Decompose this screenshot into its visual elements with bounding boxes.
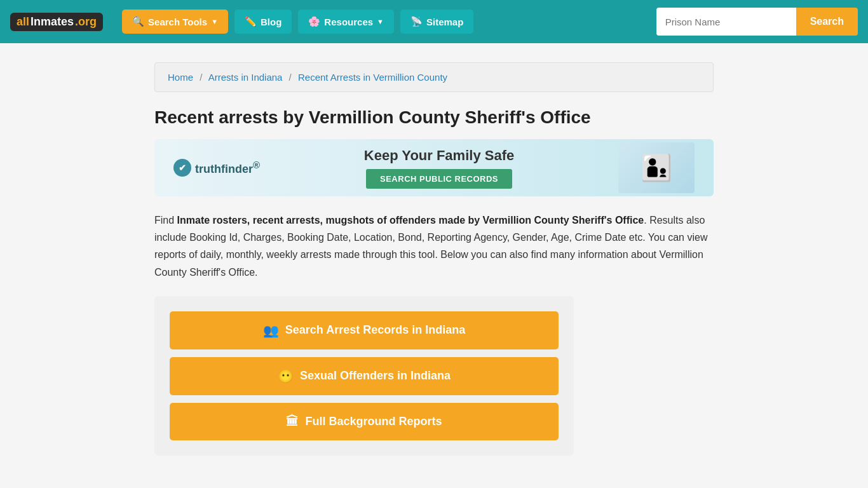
background-icon: 🏛 — [286, 414, 299, 429]
action-buttons-box: 👥 Search Arrest Records in Indiana 😶 Sex… — [154, 296, 574, 456]
breadcrumb-sep-1: / — [200, 72, 202, 83]
logo[interactable]: all Inmates .org — [10, 13, 103, 31]
blog-label: Blog — [261, 17, 281, 27]
breadcrumb-home[interactable]: Home — [168, 72, 193, 83]
breadcrumb-current: Recent Arrests in Vermillion County — [298, 72, 447, 83]
breadcrumb-sep-2: / — [289, 72, 292, 83]
search-button-label: Search — [810, 16, 844, 27]
logo-org-text: .org — [75, 15, 97, 29]
sitemap-label: Sitemap — [426, 17, 463, 27]
breadcrumb: Home / Arrests in Indiana / Recent Arres… — [154, 62, 714, 92]
chevron-down-icon-2: ▼ — [377, 18, 384, 25]
ad-headline: Keep Your Family Safe — [364, 147, 514, 164]
prison-search-area: Search — [656, 8, 858, 36]
logo-all-text: all — [17, 15, 29, 29]
prison-search-button[interactable]: Search — [796, 8, 858, 36]
search-icon: 🔍 — [132, 16, 144, 27]
description-paragraph: Find Inmate rosters, recent arrests, mug… — [154, 212, 714, 281]
ad-image: 👨‍👦 — [618, 142, 695, 193]
sexual-offenders-label: Sexual Offenders in Indiana — [300, 369, 451, 383]
background-reports-button[interactable]: 🏛 Full Background Reports — [170, 403, 559, 440]
ad-brand-area: ✔ truthfinder® — [173, 159, 260, 177]
search-tools-button[interactable]: 🔍 Search Tools ▼ — [122, 10, 228, 34]
ad-cta-button[interactable]: SEARCH PUBLIC RECORDS — [366, 169, 512, 189]
resources-label: Resources — [324, 17, 373, 27]
brand-name: truthfinder — [195, 163, 253, 175]
blog-button[interactable]: ✏️ Blog — [234, 10, 292, 34]
people-icon: 👥 — [263, 323, 279, 338]
breadcrumb-arrests-indiana[interactable]: Arrests in Indiana — [208, 72, 283, 83]
ad-banner[interactable]: ✔ truthfinder® Keep Your Family Safe SEA… — [154, 139, 714, 196]
truthfinder-logo: ✔ truthfinder® — [173, 159, 260, 177]
prison-name-input[interactable] — [656, 8, 796, 36]
description-bold: Inmate rosters, recent arrests, mugshots… — [177, 215, 644, 226]
truthfinder-icon: ✔ — [173, 159, 191, 177]
background-reports-label: Full Background Reports — [305, 415, 442, 428]
logo-inmates-text: Inmates — [31, 15, 74, 29]
sexual-offenders-button[interactable]: 😶 Sexual Offenders in Indiana — [170, 357, 559, 395]
main-content: Home / Arrests in Indiana / Recent Arres… — [142, 62, 726, 456]
chevron-down-icon: ▼ — [211, 18, 218, 25]
ad-cta-label: SEARCH PUBLIC RECORDS — [380, 174, 498, 184]
sitemap-button[interactable]: 📡 Sitemap — [400, 10, 473, 34]
ad-center: Keep Your Family Safe SEARCH PUBLIC RECO… — [364, 147, 514, 189]
search-tools-label: Search Tools — [148, 17, 207, 27]
offender-icon: 😶 — [278, 369, 294, 384]
page-title: Recent arrests by Vermillion County Sher… — [154, 107, 714, 128]
brand-sup: ® — [253, 159, 260, 170]
resources-button[interactable]: 🌸 Resources ▼ — [298, 10, 394, 34]
people-illustration: 👨‍👦 — [641, 153, 672, 183]
search-arrest-label: Search Arrest Records in Indiana — [285, 323, 465, 337]
blog-icon: ✏️ — [245, 16, 257, 27]
resources-icon: 🌸 — [308, 16, 320, 27]
search-arrest-records-button[interactable]: 👥 Search Arrest Records in Indiana — [170, 311, 559, 349]
sitemap-icon: 📡 — [410, 16, 423, 27]
navbar: all Inmates .org 🔍 Search Tools ▼ ✏️ Blo… — [0, 0, 868, 43]
